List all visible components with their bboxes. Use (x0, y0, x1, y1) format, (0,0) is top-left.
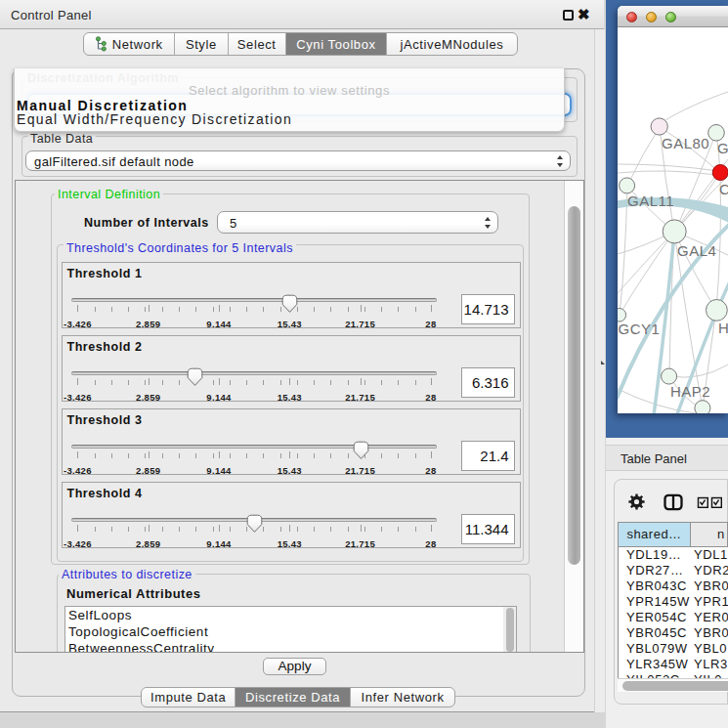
svg-text:GAL80: GAL80 (662, 135, 709, 151)
svg-text:GCY1: GCY1 (619, 321, 661, 337)
svg-text:G.: G. (717, 140, 728, 156)
svg-text:HAP2: HAP2 (670, 383, 710, 400)
svg-text:H: H (718, 320, 728, 336)
svg-text:C: C (719, 181, 728, 197)
svg-text:GAL11: GAL11 (627, 193, 674, 209)
svg-text:GAL4: GAL4 (677, 242, 716, 259)
